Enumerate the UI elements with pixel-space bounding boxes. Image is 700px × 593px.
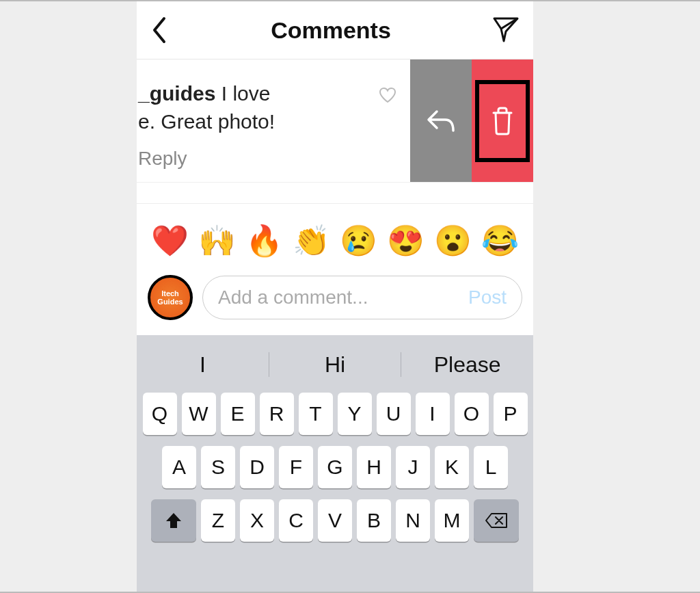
key-q[interactable]: Q	[143, 393, 177, 435]
keyboard: I Hi Please Q W E R T Y U I O P A S D F …	[137, 335, 533, 593]
shift-key[interactable]	[151, 499, 196, 542]
key-g[interactable]: G	[318, 446, 352, 488]
key-row-1: Q W E R T Y U I O P	[137, 387, 533, 440]
backspace-key[interactable]	[474, 499, 519, 542]
heart-icon[interactable]	[379, 87, 396, 106]
comment-text: _guides I lovee. Great photo!	[137, 80, 410, 135]
key-k[interactable]: K	[435, 446, 469, 488]
comment-content: _guides I lovee. Great photo! Reply	[137, 60, 410, 182]
key-t[interactable]: T	[299, 393, 333, 435]
key-b[interactable]: B	[357, 499, 391, 542]
key-s[interactable]: S	[201, 446, 235, 488]
back-icon[interactable]	[150, 16, 170, 44]
key-row-2: A S D F G H J K L	[137, 440, 533, 494]
suggestion-2[interactable]: Hi	[269, 352, 401, 378]
app-screen: Comments _guides I lovee. Great photo! R…	[137, 1, 533, 593]
header: Comments	[137, 1, 533, 60]
avatar[interactable]: Itech Guides	[148, 275, 193, 320]
key-z[interactable]: Z	[201, 499, 235, 542]
emoji-heart-eyes[interactable]: 😍	[387, 223, 425, 259]
key-f[interactable]: F	[279, 446, 313, 488]
key-o[interactable]: O	[455, 393, 489, 435]
emoji-cry[interactable]: 😢	[340, 223, 377, 259]
key-row-3: Z X C V B N M	[137, 494, 533, 547]
reply-arrow-icon	[426, 107, 456, 135]
trash-icon	[489, 106, 515, 136]
key-u[interactable]: U	[377, 393, 411, 435]
emoji-fire[interactable]: 🔥	[245, 223, 283, 259]
shift-icon	[165, 512, 183, 529]
key-n[interactable]: N	[396, 499, 430, 542]
emoji-clap[interactable]: 👏	[293, 223, 330, 259]
keyboard-suggestions: I Hi Please	[137, 342, 533, 387]
comment-placeholder: Add a comment...	[218, 287, 368, 308]
post-button[interactable]: Post	[468, 287, 507, 308]
backspace-icon	[485, 512, 508, 529]
key-h[interactable]: H	[357, 446, 391, 488]
reply-link[interactable]: Reply	[137, 148, 410, 170]
suggestion-1[interactable]: I	[137, 352, 269, 378]
comment-username: _guides	[138, 82, 215, 105]
comment-row[interactable]: _guides I lovee. Great photo! Reply	[137, 60, 533, 183]
key-i[interactable]: I	[416, 393, 450, 435]
swipe-reply-button[interactable]	[410, 60, 472, 182]
key-p[interactable]: P	[494, 393, 528, 435]
suggestion-3[interactable]: Please	[401, 352, 533, 378]
key-r[interactable]: R	[260, 393, 294, 435]
key-j[interactable]: J	[396, 446, 430, 488]
emoji-heart[interactable]: ❤️	[151, 223, 189, 259]
emoji-surprised[interactable]: 😮	[434, 223, 472, 259]
comment-input[interactable]: Add a comment... Post	[202, 276, 522, 319]
page-title: Comments	[271, 17, 391, 44]
key-l[interactable]: L	[474, 446, 508, 488]
key-m[interactable]: M	[435, 499, 469, 542]
key-c[interactable]: C	[279, 499, 313, 542]
key-d[interactable]: D	[240, 446, 274, 488]
key-y[interactable]: Y	[338, 393, 372, 435]
swipe-delete-button[interactable]	[472, 60, 533, 182]
key-v[interactable]: V	[318, 499, 352, 542]
swipe-actions	[410, 60, 533, 182]
key-e[interactable]: E	[221, 393, 255, 435]
emoji-raising-hands[interactable]: 🙌	[198, 223, 236, 259]
comment-input-row: Itech Guides Add a comment... Post	[137, 265, 533, 335]
key-w[interactable]: W	[182, 393, 216, 435]
emoji-joy[interactable]: 😂	[481, 223, 519, 259]
key-a[interactable]: A	[162, 446, 196, 488]
key-x[interactable]: X	[240, 499, 274, 542]
emoji-bar: ❤️ 🙌 🔥 👏 😢 😍 😮 😂	[137, 203, 533, 265]
send-icon[interactable]	[492, 16, 520, 44]
